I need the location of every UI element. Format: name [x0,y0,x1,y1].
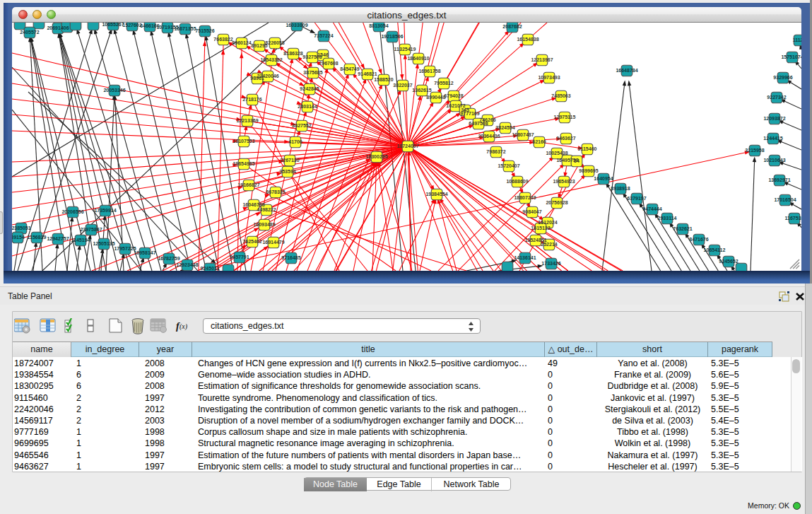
svg-text:8938918: 8938918 [611,186,630,191]
svg-text:9457791: 9457791 [230,255,249,259]
svg-text:10210643: 10210643 [763,158,785,163]
svg-text:15720407: 15720407 [498,163,519,168]
svg-text:9227342: 9227342 [767,95,786,100]
svg-text:18640910: 18640910 [407,56,429,61]
svg-text:1145194: 1145194 [71,238,90,243]
svg-text:8813054: 8813054 [369,23,388,28]
svg-text:9329966: 9329966 [773,75,792,80]
svg-text:6379197: 6379197 [627,196,646,201]
svg-text:10655267: 10655267 [102,23,124,27]
svg-text:4498222: 4498222 [257,207,276,212]
svg-text:3875685: 3875685 [303,70,322,75]
svg-text:16093489: 16093489 [253,222,275,227]
svg-text:1615132: 1615132 [531,226,550,230]
svg-text:7515526: 7515526 [195,28,214,33]
svg-text:17957225: 17957225 [114,246,136,251]
svg-text:10807487: 10807487 [512,132,534,137]
svg-text:39154: 39154 [12,235,25,240]
svg-text:9716485: 9716485 [281,255,300,260]
svg-text:2385051: 2385051 [12,226,31,230]
svg-text:2803144: 2803144 [298,104,317,109]
svg-text:98961: 98961 [250,76,264,81]
svg-text:16046768: 16046768 [242,202,264,207]
svg-text:20206556: 20206556 [61,209,83,214]
svg-text:3824554: 3824554 [495,125,514,130]
svg-text:9115460: 9115460 [578,146,597,151]
svg-text:2933114: 2933114 [658,216,677,221]
svg-text:3267130: 3267130 [280,158,299,163]
svg-text:7625402: 7625402 [242,239,261,244]
svg-text:16648784: 16648784 [616,68,637,73]
svg-text:3215958: 3215958 [745,148,764,153]
svg-text:1244415: 1244415 [763,136,782,141]
svg-text:9084047: 9084047 [522,209,541,214]
svg-text:16914479: 16914479 [262,240,284,245]
svg-text:16961758: 16961758 [418,69,440,74]
svg-text:16033809: 16033809 [286,23,307,28]
svg-text:9899695: 9899695 [579,168,598,173]
svg-text:1640954: 1640954 [594,176,613,181]
svg-text:11325419: 11325419 [394,47,416,52]
svg-text:12093872: 12093872 [763,116,785,121]
svg-text:17359914: 17359914 [94,208,116,213]
svg-text:19654985: 19654985 [233,161,254,166]
svg-text:8678335: 8678335 [266,189,285,194]
svg-text:(x): (x) [180,322,188,331]
svg-text:7485063: 7485063 [551,93,570,98]
svg-text:20756928: 20756928 [546,200,567,205]
svg-text:15751074: 15751074 [781,54,801,59]
svg-text:23975867: 23975867 [80,227,102,232]
svg-text:6794028: 6794028 [444,93,463,98]
svg-text:7357224: 7357224 [314,33,333,38]
svg-text:8471676: 8471676 [689,237,708,242]
svg-text:2405572: 2405572 [20,30,39,35]
svg-text:10973493: 10973493 [538,75,560,80]
svg-text:1612024: 1612024 [538,220,557,225]
svg-text:252214: 252214 [541,242,557,247]
svg-text:17016504: 17016504 [774,197,796,202]
svg-text:8990448: 8990448 [426,95,445,100]
svg-text:10654112: 10654112 [704,247,726,252]
svg-text:7955812: 7955812 [434,81,453,86]
svg-text:12942757: 12942757 [47,236,69,241]
svg-text:1588520: 1588520 [374,77,393,82]
svg-text:12213967: 12213967 [531,57,553,62]
svg-text:7663822: 7663822 [213,37,233,42]
svg-text:6497508: 6497508 [469,121,488,126]
svg-text:12213369: 12213369 [236,118,258,123]
svg-text:19384554: 19384554 [425,192,447,197]
svg-text:9242845: 9242845 [300,86,319,91]
svg-text:1362615: 1362615 [412,88,431,93]
svg-text:10025438: 10025438 [546,151,567,156]
svg-text:16543382: 16543382 [260,57,282,62]
svg-text:8226058: 8226058 [265,40,284,45]
svg-text:1527602: 1527602 [122,23,141,28]
svg-text:8454749: 8454749 [340,66,359,71]
svg-text:8427552: 8427552 [292,123,311,128]
svg-text:64: 64 [574,158,579,163]
svg-text:16107553: 16107553 [233,139,254,144]
svg-text:16671355: 16671355 [174,26,196,31]
svg-text:8186328: 8186328 [283,51,302,56]
svg-text:11121: 11121 [793,37,801,42]
svg-text:41700: 41700 [288,139,302,144]
svg-text:1156829: 1156829 [28,235,47,240]
svg-text:13692971: 13692971 [768,177,790,182]
svg-text:10688609: 10688609 [506,179,528,184]
svg-text:12975115: 12975115 [554,115,576,119]
svg-text:20053346: 20053346 [103,88,125,93]
svg-text:2967608: 2967608 [319,61,338,66]
svg-text:1546: 1546 [317,52,329,57]
svg-text:1167533: 1167533 [785,216,801,221]
svg-text:10958147: 10958147 [134,250,155,255]
svg-text:20364436: 20364436 [478,134,500,139]
svg-text:19166827: 19166827 [237,182,259,187]
svg-text:20691406: 20691406 [47,25,69,30]
svg-text:16782759: 16782759 [158,256,180,261]
svg-text:9245652: 9245652 [719,259,738,264]
svg-text:18300295: 18300295 [365,154,387,159]
svg-text:12505135: 12505135 [93,241,114,246]
svg-text:9474444: 9474444 [642,206,661,211]
svg-text:9146821: 9146821 [358,71,377,76]
svg-text:16154838: 16154838 [517,37,539,42]
